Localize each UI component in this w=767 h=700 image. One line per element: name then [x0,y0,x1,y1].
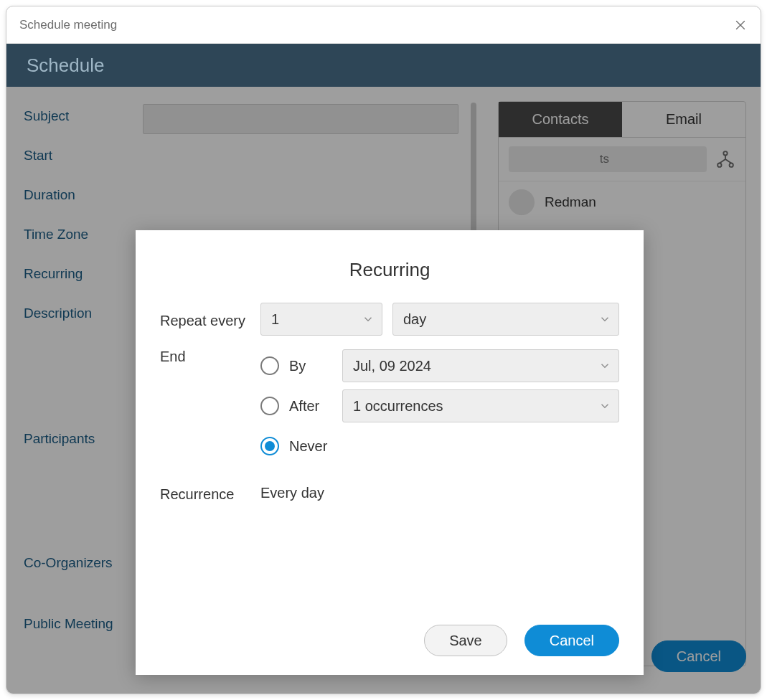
chevron-down-icon [362,313,375,326]
modal-cancel-button[interactable]: Cancel [524,625,619,656]
recurring-modal: Recurring Repeat every 1 day End [136,230,644,675]
end-after-value: 1 occurrences [353,398,443,415]
window-title: Schedule meeting [19,18,117,32]
modal-save-button[interactable]: Save [424,625,507,656]
recurrence-summary: Every day [260,485,324,501]
end-after-label: After [289,398,332,415]
close-icon[interactable] [733,18,748,32]
end-after-radio[interactable] [260,397,279,415]
navbar-title: Schedule [27,55,104,77]
repeat-unit-select[interactable]: day [392,303,619,336]
navbar: Schedule [6,44,761,87]
titlebar: Schedule meeting [6,6,761,44]
end-after-occurrences-select[interactable]: 1 occurrences [342,389,619,422]
end-label: End [160,346,260,365]
end-by-label: By [289,358,332,374]
end-by-radio[interactable] [260,356,279,375]
chevron-down-icon [598,359,611,372]
repeat-interval-value: 1 [271,311,279,328]
recurrence-label: Recurrence [160,483,260,503]
end-never-label: Never [289,438,327,455]
end-by-date-value: Jul, 09 2024 [353,358,431,374]
chevron-down-icon [598,399,611,412]
modal-title: Recurring [160,259,619,281]
repeat-unit-value: day [403,311,426,328]
repeat-interval-select[interactable]: 1 [260,303,382,336]
chevron-down-icon [598,313,611,326]
repeat-every-label: Repeat every [160,310,260,329]
modal-save-label: Save [449,633,482,649]
modal-cancel-label: Cancel [550,633,594,649]
end-by-date-select[interactable]: Jul, 09 2024 [342,349,619,382]
end-never-radio[interactable] [260,437,279,455]
app-window: Schedule meeting Schedule Subject Start … [6,6,761,694]
main-body: Subject Start Duration Time Zone Recurri… [6,87,761,694]
